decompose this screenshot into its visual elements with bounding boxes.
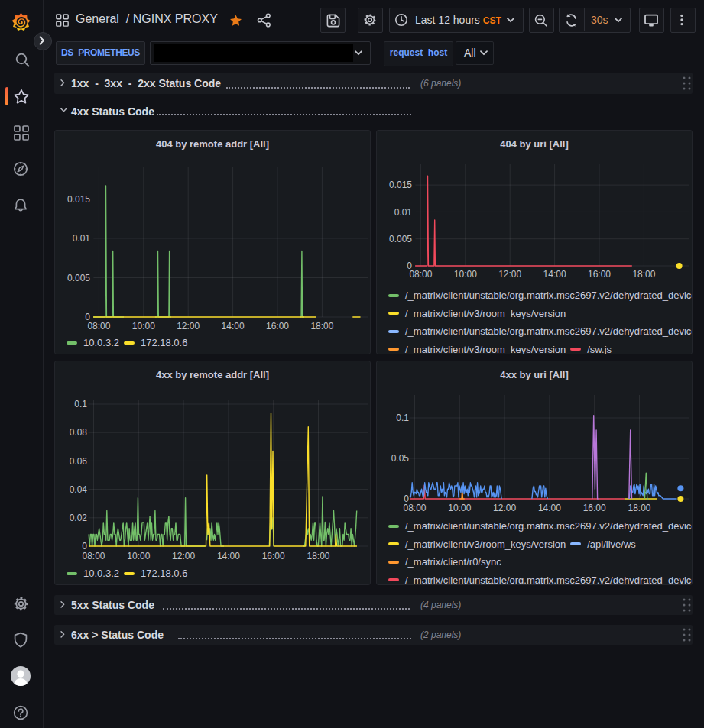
svg-text:10:00: 10:00 xyxy=(448,503,471,513)
svg-text:0.05: 0.05 xyxy=(391,453,410,464)
svg-text:18:00: 18:00 xyxy=(628,503,650,513)
svg-text:0.04: 0.04 xyxy=(70,484,88,495)
svg-text:18:00: 18:00 xyxy=(632,269,655,280)
svg-text:16:00: 16:00 xyxy=(583,503,606,513)
svg-text:12:00: 12:00 xyxy=(177,321,200,332)
svg-text:08:00: 08:00 xyxy=(409,269,432,280)
svg-text:0.1: 0.1 xyxy=(74,399,87,409)
svg-text:10:00: 10:00 xyxy=(454,269,477,280)
svg-text:08:00: 08:00 xyxy=(403,503,426,513)
svg-text:08:00: 08:00 xyxy=(82,551,105,561)
svg-text:12:00: 12:00 xyxy=(498,269,521,280)
svg-text:18:00: 18:00 xyxy=(307,551,329,561)
svg-text:08:00: 08:00 xyxy=(87,321,110,332)
svg-text:0.005: 0.005 xyxy=(67,273,90,283)
svg-text:10:00: 10:00 xyxy=(132,321,155,332)
svg-text:0.06: 0.06 xyxy=(70,456,88,467)
svg-text:0.02: 0.02 xyxy=(70,513,88,523)
svg-text:0.1: 0.1 xyxy=(396,413,409,423)
svg-text:14:00: 14:00 xyxy=(543,269,566,280)
svg-text:16:00: 16:00 xyxy=(266,321,289,332)
svg-text:16:00: 16:00 xyxy=(262,551,285,561)
svg-text:18:00: 18:00 xyxy=(310,321,333,332)
svg-text:0.08: 0.08 xyxy=(70,427,88,438)
svg-text:10:00: 10:00 xyxy=(127,551,150,561)
svg-text:14:00: 14:00 xyxy=(217,551,240,561)
svg-text:14:00: 14:00 xyxy=(538,503,561,513)
svg-text:0.015: 0.015 xyxy=(389,180,412,190)
svg-text:12:00: 12:00 xyxy=(493,503,516,513)
svg-text:14:00: 14:00 xyxy=(222,321,245,332)
svg-text:0.015: 0.015 xyxy=(67,194,90,205)
svg-text:0.01: 0.01 xyxy=(73,233,91,244)
svg-text:0.005: 0.005 xyxy=(389,234,412,244)
svg-text:16:00: 16:00 xyxy=(588,269,611,280)
svg-text:0.01: 0.01 xyxy=(394,207,413,218)
svg-text:12:00: 12:00 xyxy=(172,551,195,561)
